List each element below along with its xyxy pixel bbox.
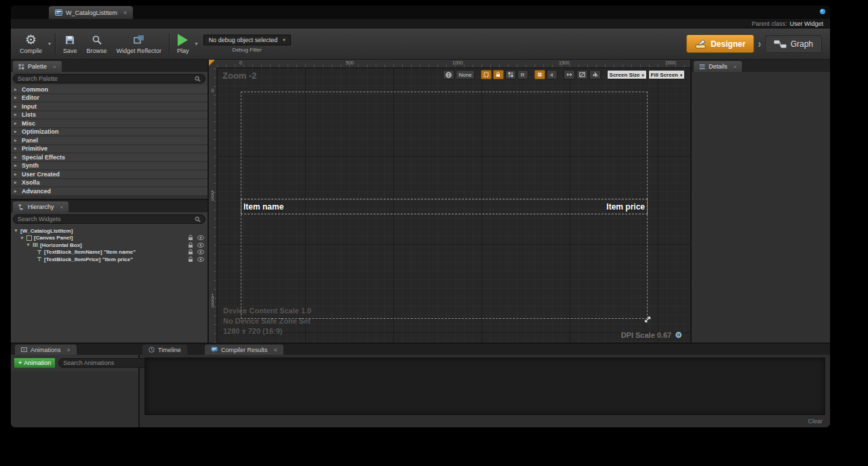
outline-toggle-button[interactable] bbox=[481, 70, 492, 79]
play-button[interactable]: Play bbox=[172, 30, 194, 58]
lock-icon[interactable] bbox=[188, 249, 193, 255]
widget-reflector-button[interactable]: Widget Reflector bbox=[112, 30, 167, 58]
details-close-icon[interactable]: × bbox=[734, 64, 737, 70]
visibility-eye-icon[interactable] bbox=[197, 250, 204, 254]
ruler-mark: 1000 bbox=[452, 60, 463, 65]
hierarchy-search-row bbox=[11, 212, 208, 226]
palette-category-panel[interactable]: ▸Panel bbox=[11, 136, 208, 145]
play-options-caret-icon[interactable]: ▾ bbox=[194, 41, 199, 47]
browse-button[interactable]: Browse bbox=[82, 30, 112, 58]
palette-category-common[interactable]: ▸Common bbox=[11, 85, 208, 94]
designer-mode-button[interactable]: Designer bbox=[686, 35, 754, 53]
compile-options-caret-icon[interactable]: ▾ bbox=[47, 41, 52, 47]
hierarchy-tab[interactable]: Hierarchy × bbox=[13, 201, 68, 212]
clear-button[interactable]: Clear bbox=[808, 418, 823, 425]
hierarchy-close-icon[interactable]: × bbox=[60, 204, 64, 210]
snap-size-button[interactable]: 4 bbox=[547, 70, 557, 79]
tab-timeline[interactable]: Timeline bbox=[142, 345, 187, 355]
fill-screen-dropdown[interactable]: Fill Screen ▾ bbox=[648, 70, 685, 79]
dpi-scale-label: DPI Scale 0.67 bbox=[621, 331, 672, 339]
canvas-grid[interactable]: Zoom -2 None bbox=[217, 68, 690, 343]
hierarchy-icon bbox=[18, 204, 24, 210]
details-tab[interactable]: Details × bbox=[694, 61, 742, 72]
lock-icon[interactable] bbox=[188, 235, 193, 241]
lock-toggle-button[interactable] bbox=[493, 70, 504, 79]
palette-category-special-effects[interactable]: ▸Special Effects bbox=[11, 153, 208, 162]
visibility-eye-icon[interactable] bbox=[197, 257, 204, 262]
parent-class-value: User Widget bbox=[789, 20, 823, 27]
save-button[interactable]: Save bbox=[58, 30, 82, 58]
resize-handle-icon[interactable] bbox=[643, 315, 652, 324]
flip-preview-button[interactable] bbox=[589, 70, 601, 79]
asset-tab[interactable]: W_CatalogListItem × bbox=[49, 6, 133, 19]
palette-close-icon[interactable]: × bbox=[53, 64, 56, 70]
tab-compiler-results[interactable]: Compiler Results × bbox=[205, 345, 283, 355]
zoom-level-label: Zoom -2 bbox=[222, 71, 257, 81]
resize-mode-button[interactable] bbox=[564, 70, 575, 79]
dpi-settings-gear-icon[interactable]: ⚙ bbox=[675, 328, 682, 342]
mode-chevron-icon: › bbox=[756, 38, 762, 50]
aspect-ratio-button[interactable] bbox=[576, 70, 588, 79]
compiler-results-close-icon[interactable]: × bbox=[274, 347, 277, 353]
tab-animations[interactable]: Animations × bbox=[15, 345, 77, 355]
item-name-textblock[interactable]: Item name bbox=[243, 202, 283, 212]
canvas-panel-icon bbox=[26, 235, 32, 241]
palette-category-user-created[interactable]: ▸User Created bbox=[11, 170, 208, 179]
visibility-eye-icon[interactable] bbox=[197, 243, 204, 248]
palette-category-primitive[interactable]: ▸Primitive bbox=[11, 145, 208, 154]
palette-category-advanced[interactable]: ▸Advanced bbox=[11, 187, 208, 196]
tree-row-textblock-itemprice[interactable]: [TextBlock_ItemPrice] "Item price" bbox=[11, 256, 208, 263]
tree-row-root[interactable]: ▾ [W_CatalogListItem] bbox=[11, 227, 208, 235]
grid-icon bbox=[508, 72, 513, 77]
palette-header: Palette × bbox=[11, 60, 208, 72]
lock-icon[interactable] bbox=[188, 242, 193, 248]
expander-icon[interactable]: ▾ bbox=[26, 242, 31, 248]
bottom-dock: Animations × Timeline Compiler Results × bbox=[11, 343, 830, 427]
palette-category-input[interactable]: ▸Input bbox=[11, 102, 208, 111]
designer-viewport[interactable]: 0 500 1000 1500 2000 0 500 1000 Zoom -2 bbox=[209, 60, 690, 343]
debug-object-dropdown[interactable]: No debug object selected ▾ bbox=[203, 35, 291, 45]
screen-size-dropdown[interactable]: Screen Size ▾ bbox=[607, 70, 647, 79]
palette-category-optimization[interactable]: ▸Optimization bbox=[11, 128, 208, 137]
tree-row-canvas-panel[interactable]: ▾ [Canvas Panel] bbox=[11, 235, 208, 242]
expander-icon[interactable]: ▾ bbox=[20, 235, 24, 241]
hierarchy-search-input[interactable] bbox=[18, 216, 192, 222]
ruler-mark: 1500 bbox=[559, 60, 570, 65]
horizontal-box-outline[interactable]: Item name Item price bbox=[241, 199, 648, 214]
palette-tab[interactable]: Palette × bbox=[13, 61, 62, 72]
compiler-output[interactable] bbox=[144, 357, 825, 415]
window-corner-icon[interactable] bbox=[819, 8, 826, 15]
expander-icon[interactable]: ▾ bbox=[14, 228, 18, 233]
visibility-eye-icon[interactable] bbox=[197, 235, 204, 240]
animations-search-input[interactable] bbox=[63, 360, 142, 366]
tree-row-label: [TextBlock_ItemPrice] "Item price" bbox=[44, 256, 133, 263]
add-animation-button[interactable]: + Animation bbox=[14, 357, 56, 368]
hierarchy-title: Hierarchy bbox=[28, 203, 54, 210]
tree-row-textblock-itemname[interactable]: [TextBlock_ItemName] "Item name" bbox=[11, 249, 208, 256]
localization-none-button[interactable]: None bbox=[456, 70, 474, 79]
asset-tab-title: W_CatalogListItem bbox=[66, 9, 117, 16]
animations-close-icon[interactable]: × bbox=[67, 347, 71, 353]
graph-mode-button[interactable]: Graph bbox=[765, 35, 822, 53]
details-title: Details bbox=[709, 63, 728, 70]
palette-search-input[interactable] bbox=[18, 75, 192, 82]
grid-toggle-button[interactable] bbox=[505, 70, 516, 79]
compile-button[interactable]: ⚙ Compile bbox=[15, 30, 47, 58]
tree-row-horizontal-box[interactable]: ▾ [Horizontal Box] bbox=[11, 241, 208, 249]
palette-category-lists[interactable]: ▸Lists bbox=[11, 111, 208, 120]
respect-locks-button[interactable]: R bbox=[517, 70, 528, 79]
compile-label: Compile bbox=[20, 47, 42, 54]
tab-close-icon[interactable]: × bbox=[123, 9, 127, 16]
palette-category-synth[interactable]: ▸Synth bbox=[11, 162, 208, 171]
lock-icon[interactable] bbox=[188, 256, 193, 263]
designer-label: Designer bbox=[711, 39, 745, 49]
item-price-textblock[interactable]: Item price bbox=[606, 202, 645, 212]
horizontal-box-icon bbox=[33, 242, 38, 248]
palette-category-xsolla[interactable]: ▸Xsolla bbox=[11, 179, 208, 188]
localization-preview-button[interactable] bbox=[443, 70, 454, 79]
category-label: Lists bbox=[22, 111, 36, 118]
snap-grid-toggle-button[interactable] bbox=[534, 70, 545, 79]
animations-list[interactable] bbox=[11, 371, 138, 427]
palette-category-editor[interactable]: ▸Editor bbox=[11, 94, 208, 103]
palette-category-misc[interactable]: ▸Misc bbox=[11, 119, 208, 128]
